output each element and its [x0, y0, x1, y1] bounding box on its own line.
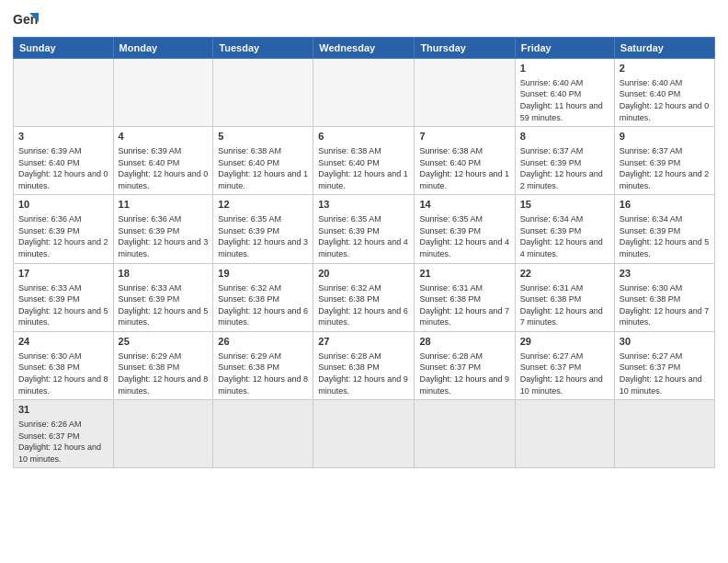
day-number: 8 [520, 130, 609, 144]
day-number: 5 [218, 130, 308, 144]
col-header-saturday: Saturday [614, 38, 714, 59]
page: General SundayMondayTuesdayWednesdayThur… [0, 0, 728, 563]
calendar-cell: 24Sunrise: 6:30 AM Sunset: 6:38 PM Dayli… [14, 331, 114, 399]
calendar-cell [113, 59, 213, 127]
day-info: Sunrise: 6:33 AM Sunset: 6:39 PM Dayligh… [18, 282, 108, 328]
day-number: 9 [620, 130, 710, 144]
day-number: 3 [18, 130, 108, 144]
calendar-cell [415, 400, 515, 468]
day-number: 21 [419, 267, 509, 281]
calendar-table: SundayMondayTuesdayWednesdayThursdayFrid… [13, 37, 715, 468]
calendar-cell: 25Sunrise: 6:29 AM Sunset: 6:38 PM Dayli… [113, 331, 213, 399]
col-header-thursday: Thursday [415, 38, 515, 59]
calendar-cell: 13Sunrise: 6:35 AM Sunset: 6:39 PM Dayli… [313, 195, 415, 263]
calendar-cell: 28Sunrise: 6:28 AM Sunset: 6:37 PM Dayli… [415, 331, 515, 399]
calendar-cell: 3Sunrise: 6:39 AM Sunset: 6:40 PM Daylig… [14, 127, 114, 195]
day-number: 14 [419, 198, 509, 212]
day-number: 29 [520, 335, 609, 349]
day-number: 15 [520, 198, 609, 212]
day-info: Sunrise: 6:36 AM Sunset: 6:39 PM Dayligh… [18, 213, 108, 259]
day-number: 24 [18, 335, 108, 349]
day-info: Sunrise: 6:27 AM Sunset: 6:37 PM Dayligh… [620, 350, 710, 396]
day-number: 1 [520, 62, 609, 75]
calendar-cell: 2Sunrise: 6:40 AM Sunset: 6:40 PM Daylig… [614, 59, 714, 127]
day-info: Sunrise: 6:32 AM Sunset: 6:38 PM Dayligh… [318, 282, 409, 328]
col-header-wednesday: Wednesday [313, 38, 415, 59]
calendar-cell [213, 59, 313, 127]
day-info: Sunrise: 6:31 AM Sunset: 6:38 PM Dayligh… [520, 282, 609, 328]
day-info: Sunrise: 6:36 AM Sunset: 6:39 PM Dayligh… [119, 213, 209, 259]
day-number: 16 [620, 198, 710, 212]
calendar-week-row: 17Sunrise: 6:33 AM Sunset: 6:39 PM Dayli… [14, 263, 715, 331]
day-info: Sunrise: 6:38 AM Sunset: 6:40 PM Dayligh… [419, 145, 509, 191]
calendar-cell: 11Sunrise: 6:36 AM Sunset: 6:39 PM Dayli… [113, 195, 213, 263]
day-info: Sunrise: 6:37 AM Sunset: 6:39 PM Dayligh… [620, 145, 710, 191]
calendar-cell: 29Sunrise: 6:27 AM Sunset: 6:37 PM Dayli… [515, 331, 614, 399]
calendar-cell: 15Sunrise: 6:34 AM Sunset: 6:39 PM Dayli… [515, 195, 614, 263]
calendar-cell: 17Sunrise: 6:33 AM Sunset: 6:39 PM Dayli… [14, 263, 114, 331]
calendar-cell [14, 59, 114, 127]
day-info: Sunrise: 6:33 AM Sunset: 6:39 PM Dayligh… [119, 282, 209, 328]
calendar-cell: 27Sunrise: 6:28 AM Sunset: 6:38 PM Dayli… [313, 331, 415, 399]
calendar-cell: 20Sunrise: 6:32 AM Sunset: 6:38 PM Dayli… [313, 263, 415, 331]
day-info: Sunrise: 6:35 AM Sunset: 6:39 PM Dayligh… [419, 213, 509, 259]
day-info: Sunrise: 6:30 AM Sunset: 6:38 PM Dayligh… [620, 282, 710, 328]
day-info: Sunrise: 6:29 AM Sunset: 6:38 PM Dayligh… [218, 350, 308, 396]
calendar-cell: 26Sunrise: 6:29 AM Sunset: 6:38 PM Dayli… [213, 331, 313, 399]
day-number: 22 [520, 267, 609, 281]
day-info: Sunrise: 6:35 AM Sunset: 6:39 PM Dayligh… [218, 213, 308, 259]
calendar-cell: 7Sunrise: 6:38 AM Sunset: 6:40 PM Daylig… [415, 127, 515, 195]
day-number: 13 [318, 198, 409, 212]
calendar-cell: 21Sunrise: 6:31 AM Sunset: 6:38 PM Dayli… [415, 263, 515, 331]
calendar-cell: 23Sunrise: 6:30 AM Sunset: 6:38 PM Dayli… [614, 263, 714, 331]
day-info: Sunrise: 6:40 AM Sunset: 6:40 PM Dayligh… [620, 77, 710, 123]
calendar-cell: 9Sunrise: 6:37 AM Sunset: 6:39 PM Daylig… [614, 127, 714, 195]
calendar-cell [515, 400, 614, 468]
day-info: Sunrise: 6:28 AM Sunset: 6:37 PM Dayligh… [419, 350, 509, 396]
day-number: 2 [620, 62, 710, 75]
calendar-cell: 19Sunrise: 6:32 AM Sunset: 6:38 PM Dayli… [213, 263, 313, 331]
day-number: 23 [620, 267, 710, 281]
calendar-header-row: SundayMondayTuesdayWednesdayThursdayFrid… [14, 38, 715, 59]
calendar-cell [213, 400, 313, 468]
calendar-cell: 10Sunrise: 6:36 AM Sunset: 6:39 PM Dayli… [14, 195, 114, 263]
day-number: 31 [18, 403, 108, 417]
day-info: Sunrise: 6:37 AM Sunset: 6:39 PM Dayligh… [520, 145, 609, 191]
calendar-cell: 8Sunrise: 6:37 AM Sunset: 6:39 PM Daylig… [515, 127, 614, 195]
day-number: 28 [419, 335, 509, 349]
day-info: Sunrise: 6:38 AM Sunset: 6:40 PM Dayligh… [218, 145, 308, 191]
day-number: 11 [119, 198, 209, 212]
col-header-tuesday: Tuesday [213, 38, 313, 59]
calendar-cell: 5Sunrise: 6:38 AM Sunset: 6:40 PM Daylig… [213, 127, 313, 195]
calendar-cell: 18Sunrise: 6:33 AM Sunset: 6:39 PM Dayli… [113, 263, 213, 331]
calendar-cell: 30Sunrise: 6:27 AM Sunset: 6:37 PM Dayli… [614, 331, 714, 399]
day-info: Sunrise: 6:39 AM Sunset: 6:40 PM Dayligh… [119, 145, 209, 191]
calendar-week-row: 10Sunrise: 6:36 AM Sunset: 6:39 PM Dayli… [14, 195, 715, 263]
day-number: 6 [318, 130, 409, 144]
calendar-cell: 22Sunrise: 6:31 AM Sunset: 6:38 PM Dayli… [515, 263, 614, 331]
col-header-friday: Friday [515, 38, 614, 59]
day-number: 25 [119, 335, 209, 349]
day-info: Sunrise: 6:29 AM Sunset: 6:38 PM Dayligh… [119, 350, 209, 396]
day-number: 19 [218, 267, 308, 281]
calendar-cell: 12Sunrise: 6:35 AM Sunset: 6:39 PM Dayli… [213, 195, 313, 263]
calendar-cell: 1Sunrise: 6:40 AM Sunset: 6:40 PM Daylig… [515, 59, 614, 127]
day-info: Sunrise: 6:34 AM Sunset: 6:39 PM Dayligh… [520, 213, 609, 259]
calendar-week-row: 31Sunrise: 6:26 AM Sunset: 6:37 PM Dayli… [14, 400, 715, 468]
day-info: Sunrise: 6:26 AM Sunset: 6:37 PM Dayligh… [18, 419, 108, 465]
calendar-cell [614, 400, 714, 468]
day-info: Sunrise: 6:35 AM Sunset: 6:39 PM Dayligh… [318, 213, 409, 259]
day-info: Sunrise: 6:40 AM Sunset: 6:40 PM Dayligh… [520, 77, 609, 123]
day-info: Sunrise: 6:27 AM Sunset: 6:37 PM Dayligh… [520, 350, 609, 396]
day-info: Sunrise: 6:34 AM Sunset: 6:39 PM Dayligh… [620, 213, 710, 259]
day-info: Sunrise: 6:32 AM Sunset: 6:38 PM Dayligh… [218, 282, 308, 328]
calendar-cell: 4Sunrise: 6:39 AM Sunset: 6:40 PM Daylig… [113, 127, 213, 195]
day-info: Sunrise: 6:39 AM Sunset: 6:40 PM Dayligh… [18, 145, 108, 191]
calendar-week-row: 3Sunrise: 6:39 AM Sunset: 6:40 PM Daylig… [14, 127, 715, 195]
calendar-cell [415, 59, 515, 127]
col-header-monday: Monday [113, 38, 213, 59]
day-number: 30 [620, 335, 710, 349]
calendar-cell: 14Sunrise: 6:35 AM Sunset: 6:39 PM Dayli… [415, 195, 515, 263]
calendar-cell: 6Sunrise: 6:38 AM Sunset: 6:40 PM Daylig… [313, 127, 415, 195]
calendar-cell [113, 400, 213, 468]
